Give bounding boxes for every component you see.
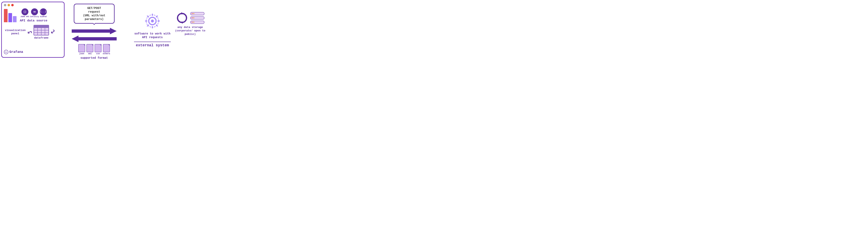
infinity-icon: ∞ Infinity bbox=[30, 8, 39, 18]
db-cylinder-3 bbox=[190, 21, 205, 24]
panel-top: {} JSON API ∞ Infinity {...} SimPod API … bbox=[4, 8, 62, 23]
arrow-right bbox=[72, 28, 117, 34]
file-csv: csv bbox=[95, 44, 101, 55]
json-api-icon: {} JSON API bbox=[21, 8, 29, 18]
external-system-label: external system bbox=[134, 42, 171, 47]
arrow-left bbox=[72, 35, 117, 42]
grafana-panel: {} JSON API ∞ Infinity {...} SimPod API … bbox=[1, 2, 65, 58]
storage-label: any data storage (corporate/ open to pub… bbox=[175, 26, 206, 36]
main-diagram: {} JSON API ∞ Infinity {...} SimPod API … bbox=[1, 2, 216, 58]
grafana-logo-icon: G bbox=[4, 50, 8, 54]
speech-bubble: GET/POSTrequest(URL with/outparameters) bbox=[74, 4, 115, 24]
json-file-icon bbox=[78, 44, 85, 52]
right-section: software to work with API requests exter… bbox=[124, 2, 216, 58]
middle-section: GET/POSTrequest(URL with/outparameters) … bbox=[65, 2, 124, 58]
file-json: json bbox=[78, 44, 85, 55]
tl-red bbox=[11, 4, 14, 6]
panel-content: {} JSON API ∞ Infinity {...} SimPod API … bbox=[4, 8, 62, 54]
others-file-icon bbox=[103, 44, 110, 52]
gear-icon bbox=[143, 12, 162, 30]
bubble-text: GET/POSTrequest(URL with/outparameters) bbox=[83, 6, 105, 21]
arrow-to-dataframe: ↩ bbox=[26, 28, 33, 36]
grafana-label: Grafana bbox=[9, 50, 23, 54]
software-label: software to work with API requests bbox=[134, 32, 171, 39]
dataframe-table bbox=[33, 25, 49, 35]
supported-format-label: supported format bbox=[81, 56, 108, 59]
ext-system-col: software to work with API requests exter… bbox=[134, 12, 171, 47]
csv-file-icon bbox=[95, 44, 101, 52]
db-dot-red-3 bbox=[192, 22, 193, 23]
db-stack bbox=[190, 12, 205, 24]
format-section: json xml csv others supported format bbox=[78, 44, 110, 59]
arrows-container bbox=[72, 28, 117, 42]
dataframe-section: dataframe bbox=[33, 25, 49, 39]
json-api-circle: {} bbox=[22, 8, 28, 15]
db-dot-orange-3 bbox=[193, 22, 194, 23]
format-files: json xml csv others bbox=[78, 44, 110, 55]
panel-middle: visualizationpanel ↩ bbox=[4, 25, 62, 39]
db-cylinder-1 bbox=[190, 12, 205, 15]
bar-2 bbox=[8, 13, 12, 22]
db-dot-red bbox=[192, 13, 193, 14]
tl-orange bbox=[7, 4, 10, 6]
db-dot-orange bbox=[193, 13, 194, 14]
refresh-icon bbox=[176, 12, 188, 24]
infinity-circle: ∞ bbox=[31, 8, 38, 15]
file-others: others bbox=[103, 44, 110, 55]
viz-panel-label: visualizationpanel bbox=[5, 29, 26, 35]
bar-3 bbox=[13, 16, 17, 22]
db-dot-red-2 bbox=[192, 17, 193, 19]
file-xml: xml bbox=[86, 44, 93, 55]
storage-icons-row bbox=[176, 12, 205, 24]
simpod-icon: {...} SimPod bbox=[40, 8, 47, 18]
dataframe-label: dataframe bbox=[34, 36, 49, 39]
xml-file-icon bbox=[86, 44, 93, 52]
right-inner: software to work with API requests exter… bbox=[125, 12, 215, 47]
traffic-lights bbox=[4, 4, 62, 6]
api-sources: {} JSON API ∞ Infinity {...} SimPod bbox=[21, 8, 46, 18]
svg-text:G: G bbox=[5, 50, 7, 53]
db-dot-orange-2 bbox=[193, 17, 194, 19]
api-data-source-label: API data source bbox=[20, 19, 48, 23]
simpod-circle: {...} bbox=[40, 8, 47, 15]
bar-chart bbox=[4, 8, 18, 22]
tl-gray bbox=[4, 4, 6, 6]
bar-1 bbox=[4, 9, 7, 22]
speech-bubble-container: GET/POSTrequest(URL with/outparameters) bbox=[74, 4, 115, 24]
db-cylinder-2 bbox=[190, 16, 205, 20]
svg-point-3 bbox=[151, 20, 154, 23]
storage-col: any data storage (corporate/ open to pub… bbox=[175, 12, 206, 36]
arrow-from-api: ↩ bbox=[49, 28, 57, 36]
grafana-footer: G Grafana bbox=[4, 48, 62, 54]
